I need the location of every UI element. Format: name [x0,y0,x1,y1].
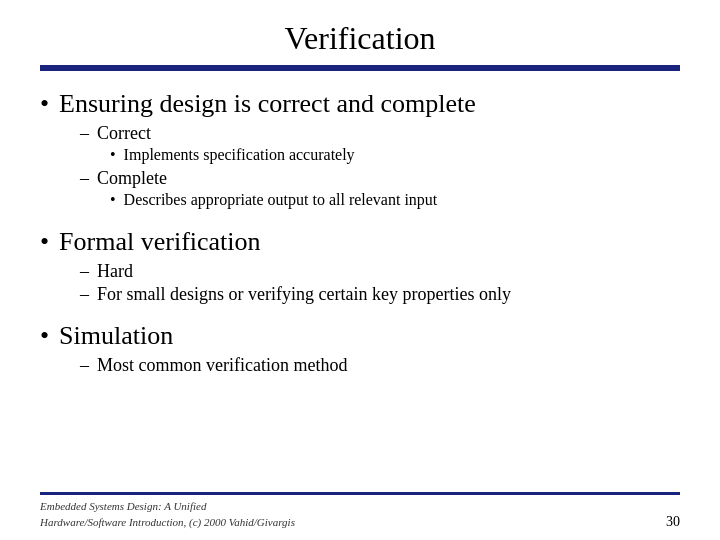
dash-correct: – [80,123,89,144]
footer: Embedded Systems Design: A Unified Hardw… [40,499,680,530]
bullet-3-sublist: – Most common verification method [80,355,680,376]
dash-complete: – [80,168,89,189]
bullet-2-dot: • [40,227,49,257]
subsub-correct-dot: • [110,146,116,164]
bullet-2-text: Formal verification [59,227,260,257]
sub-item-correct-label: Correct [97,123,151,144]
sub-item-most-common: – Most common verification method [80,355,680,376]
subsub-complete-dot: • [110,191,116,209]
sub-item-correct: – Correct [80,123,680,144]
sub-item-complete-label: Complete [97,168,167,189]
bullet-2: • Formal verification [40,227,680,257]
bullet-1-sublist: – Correct • Implements specification acc… [80,123,680,211]
subsub-complete-1: • Describes appropriate output to all re… [110,191,680,209]
bullet-1: • Ensuring design is correct and complet… [40,89,680,119]
footer-citation: Embedded Systems Design: A Unified Hardw… [40,499,295,530]
top-blue-bar [40,65,680,71]
slide: Verification • Ensuring design is correc… [0,0,720,540]
bullet-3: • Simulation [40,321,680,351]
subsub-correct-text: Implements specification accurately [124,146,355,164]
sub-item-small: – For small designs or verifying certain… [80,284,680,305]
dash-hard: – [80,261,89,282]
sub-item-small-label: For small designs or verifying certain k… [97,284,511,305]
footer-page: 30 [666,514,680,530]
slide-title: Verification [40,20,680,57]
footer-blue-bar [40,492,680,495]
sub-item-complete: – Complete [80,168,680,189]
sub-item-most-common-label: Most common verification method [97,355,347,376]
bullet-3-group: • Simulation – Most common verification … [40,321,680,382]
bullet-1-text: Ensuring design is correct and complete [59,89,476,119]
sub-item-hard-label: Hard [97,261,133,282]
subsub-correct-list: • Implements specification accurately [110,146,680,164]
bullet-1-dot: • [40,89,49,119]
bullet-2-sublist: – Hard – For small designs or verifying … [80,261,680,305]
sub-item-hard: – Hard [80,261,680,282]
bullet-3-dot: • [40,321,49,351]
subsub-correct-1: • Implements specification accurately [110,146,680,164]
bullet-3-text: Simulation [59,321,173,351]
bullet-1-group: • Ensuring design is correct and complet… [40,89,680,217]
footer-line2: Hardware/Software Introduction, (c) 2000… [40,515,295,530]
dash-most-common: – [80,355,89,376]
bullet-2-group: • Formal verification – Hard – For small… [40,227,680,311]
footer-line1: Embedded Systems Design: A Unified [40,499,295,514]
dash-small: – [80,284,89,305]
subsub-complete-text: Describes appropriate output to all rele… [124,191,438,209]
slide-content: • Ensuring design is correct and complet… [40,89,680,520]
subsub-complete-list: • Describes appropriate output to all re… [110,191,680,209]
